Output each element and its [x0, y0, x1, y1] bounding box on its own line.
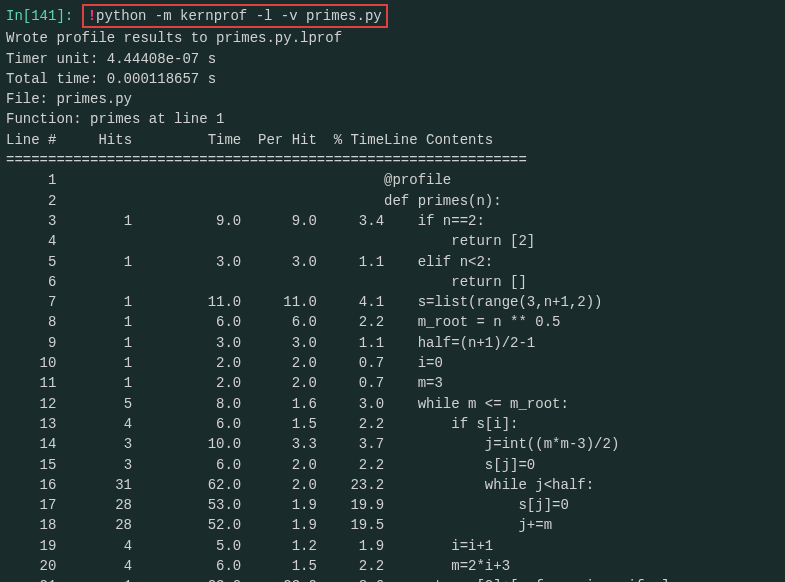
table-row: 182852.01.919.5 j+=m — [6, 515, 670, 535]
cell-hits: 4 — [56, 556, 132, 576]
cell-pct: 3.0 — [317, 394, 384, 414]
command-box[interactable]: ! python -m kernprof -l -v primes.py — [82, 4, 388, 28]
cell-pct: 2.2 — [317, 414, 384, 434]
cell-time: 62.0 — [132, 475, 241, 495]
cell-linenum: 11 — [6, 373, 56, 393]
cell-hits: 1 — [56, 353, 132, 373]
cell-perhit: 2.0 — [241, 475, 317, 495]
cell-hits — [56, 231, 132, 251]
col-time-header: Time — [132, 130, 241, 150]
cell-content: i=0 — [384, 353, 670, 373]
cell-pct — [317, 170, 384, 190]
cell-linenum: 6 — [6, 272, 56, 292]
cell-time: 6.0 — [132, 414, 241, 434]
cell-perhit: 3.0 — [241, 252, 317, 272]
output-line-1: Wrote profile results to primes.py.lprof — [6, 28, 779, 48]
cell-pct: 1.9 — [317, 536, 384, 556]
cell-linenum: 20 — [6, 556, 56, 576]
prompt-row: In[141]: ! python -m kernprof -l -v prim… — [6, 4, 779, 28]
cell-linenum: 15 — [6, 455, 56, 475]
cell-perhit: 23.0 — [241, 576, 317, 582]
cell-hits: 3 — [56, 455, 132, 475]
cell-time — [132, 170, 241, 190]
cell-content: if n==2: — [384, 211, 670, 231]
cell-pct: 3.7 — [317, 434, 384, 454]
cell-linenum: 7 — [6, 292, 56, 312]
cell-perhit — [241, 231, 317, 251]
cell-perhit: 1.5 — [241, 556, 317, 576]
table-row: 2046.01.52.2 m=2*i+3 — [6, 556, 670, 576]
cell-time: 53.0 — [132, 495, 241, 515]
cell-pct — [317, 231, 384, 251]
cell-linenum: 3 — [6, 211, 56, 231]
cell-linenum: 21 — [6, 576, 56, 582]
cell-pct: 0.7 — [317, 373, 384, 393]
cell-hits: 1 — [56, 333, 132, 353]
cell-linenum: 4 — [6, 231, 56, 251]
cell-linenum: 5 — [6, 252, 56, 272]
cell-linenum: 2 — [6, 191, 56, 211]
cell-time: 3.0 — [132, 252, 241, 272]
cell-content: j=int((m*m-3)/2) — [384, 434, 670, 454]
cell-pct: 8.6 — [317, 576, 384, 582]
cell-hits: 5 — [56, 394, 132, 414]
cell-content: while j<half: — [384, 475, 670, 495]
cell-time — [132, 231, 241, 251]
cell-hits — [56, 191, 132, 211]
table-row: 14310.03.33.7 j=int((m*m-3)/2) — [6, 434, 670, 454]
table-row: 172853.01.919.9 s[j]=0 — [6, 495, 670, 515]
bang-icon: ! — [88, 6, 96, 26]
table-row: 1@profile — [6, 170, 670, 190]
prompt-label: In[141]: — [6, 6, 82, 26]
cell-time: 10.0 — [132, 434, 241, 454]
cell-perhit — [241, 191, 317, 211]
cell-perhit: 1.5 — [241, 414, 317, 434]
cell-pct — [317, 272, 384, 292]
table-row: 4 return [2] — [6, 231, 670, 251]
col-content-header: Line Contents — [384, 130, 670, 150]
table-row: 913.03.01.1 half=(n+1)/2-1 — [6, 333, 670, 353]
cell-time: 6.0 — [132, 556, 241, 576]
cell-hits: 28 — [56, 495, 132, 515]
cell-hits: 1 — [56, 292, 132, 312]
cell-linenum: 12 — [6, 394, 56, 414]
cell-hits: 4 — [56, 536, 132, 556]
table-header-row: Line # Hits Time Per Hit % Time Line Con… — [6, 130, 670, 150]
cell-hits: 1 — [56, 312, 132, 332]
cell-content: return [2]+[x for x in s if x] — [384, 576, 670, 582]
cell-content: half=(n+1)/2-1 — [384, 333, 670, 353]
table-row: 1012.02.00.7 i=0 — [6, 353, 670, 373]
cell-hits: 1 — [56, 373, 132, 393]
cell-linenum: 17 — [6, 495, 56, 515]
cell-content: m_root = n ** 0.5 — [384, 312, 670, 332]
table-row: 163162.02.023.2 while j<half: — [6, 475, 670, 495]
table-row: 513.03.01.1 elif n<2: — [6, 252, 670, 272]
cell-linenum: 16 — [6, 475, 56, 495]
table-row: 816.06.02.2 m_root = n ** 0.5 — [6, 312, 670, 332]
table-row: 1112.02.00.7 m=3 — [6, 373, 670, 393]
cell-perhit: 2.0 — [241, 373, 317, 393]
cell-perhit: 1.9 — [241, 515, 317, 535]
output-line-5: Function: primes at line 1 — [6, 109, 779, 129]
cell-hits: 1 — [56, 576, 132, 582]
cell-perhit — [241, 170, 317, 190]
cell-time: 9.0 — [132, 211, 241, 231]
cell-perhit: 2.0 — [241, 455, 317, 475]
cell-hits: 1 — [56, 211, 132, 231]
cell-time: 8.0 — [132, 394, 241, 414]
cell-perhit — [241, 272, 317, 292]
cell-time: 3.0 — [132, 333, 241, 353]
table-row: 1346.01.52.2 if s[i]: — [6, 414, 670, 434]
cell-linenum: 18 — [6, 515, 56, 535]
col-hits-header: Hits — [56, 130, 132, 150]
cell-time: 6.0 — [132, 455, 241, 475]
cell-pct: 19.5 — [317, 515, 384, 535]
table-row: 1536.02.02.2 s[j]=0 — [6, 455, 670, 475]
cell-pct: 3.4 — [317, 211, 384, 231]
cell-linenum: 19 — [6, 536, 56, 556]
cell-pct: 1.1 — [317, 252, 384, 272]
profile-table: Line # Hits Time Per Hit % Time Line Con… — [6, 130, 670, 582]
cell-content: i=i+1 — [384, 536, 670, 556]
cell-content: m=3 — [384, 373, 670, 393]
cell-linenum: 10 — [6, 353, 56, 373]
